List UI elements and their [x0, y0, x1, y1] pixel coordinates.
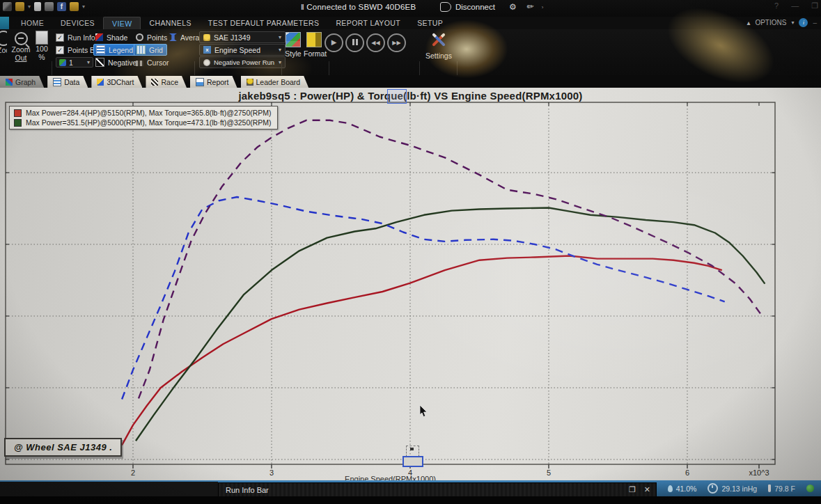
slider-flag-icon — [410, 448, 414, 450]
restore-button[interactable]: ❐ — [811, 1, 818, 10]
tab-setup[interactable]: SETUP — [409, 17, 451, 29]
chevron-right-icon[interactable]: › — [542, 4, 544, 10]
options-caret-icon[interactable]: ▾ — [791, 19, 794, 26]
points-icon — [136, 33, 143, 41]
document-tab-strip: Graph Data 3DChart Race Report Leader Bo… — [0, 75, 821, 88]
data-tab-icon — [53, 78, 61, 86]
rewind-button[interactable]: ◀◀ — [366, 33, 385, 52]
doc-tab-3dchart[interactable]: 3DChart — [91, 76, 142, 88]
tab-report-layout[interactable]: REPORT LAYOUT — [327, 17, 409, 29]
run-info-checkbox[interactable]: ✓ Run Info — [56, 33, 95, 42]
average-icon — [169, 33, 177, 41]
tab-home[interactable]: HOME — [13, 17, 52, 29]
tab-channels[interactable]: CHANNELS — [141, 17, 199, 29]
legend-toggle[interactable]: Legend — [93, 44, 137, 56]
dash-icon: – — [813, 19, 817, 26]
zoom-100-button[interactable]: 100 % — [31, 31, 53, 61]
zoom-out-button[interactable]: Zoom Out — [8, 32, 33, 62]
svg-text:6: 6 — [685, 468, 689, 477]
title-bar: ▾ f ▾ ‖ Connected to SBWD 40D6EB Disconn… — [0, 0, 821, 17]
svg-text:5: 5 — [547, 468, 551, 477]
grid-icon — [136, 45, 146, 54]
disconnect-icon — [440, 2, 451, 12]
legend-marker-run2 — [14, 119, 22, 127]
facebook-icon[interactable]: f — [57, 2, 66, 11]
points-label: Points — [147, 33, 167, 42]
chevron-down-icon[interactable]: ▾ — [28, 3, 31, 10]
screen-bezel — [0, 496, 821, 504]
legend-icon — [96, 45, 105, 54]
smoothing-dropdown[interactable]: SAE J1349 ▾ — [199, 31, 286, 43]
sae-value: SAE J1349 — [214, 33, 251, 42]
doc-tab-leader-board[interactable]: Leader Board — [241, 76, 309, 88]
info-icon[interactable]: i — [799, 18, 808, 27]
points-toggle[interactable]: Points — [134, 32, 171, 42]
legend-label-run1: Max Power=284.4(HP)@5150(RPM), Max Torqu… — [26, 109, 272, 117]
engine-speed-caret-icon: ▾ — [279, 47, 281, 53]
graph-format-button[interactable]: Format — [304, 32, 325, 58]
close-window-icon[interactable]: ✕ — [644, 485, 650, 494]
negative-icon — [95, 58, 104, 67]
slider-handle[interactable] — [402, 456, 423, 467]
pause-button[interactable] — [345, 33, 364, 52]
axis-cursor-slider[interactable] — [402, 446, 423, 468]
forward-button[interactable]: ▶▶ — [387, 33, 406, 52]
runs-value: 1 — [69, 58, 73, 67]
doc-tab-race[interactable]: Race — [146, 76, 187, 88]
doc-tab-report[interactable]: Report — [190, 76, 237, 88]
options-label[interactable]: OPTIONS — [755, 19, 786, 26]
legend-marker-run1 — [14, 109, 22, 117]
x-channel-dropdown[interactable]: x Engine Speed ▾ — [199, 44, 286, 56]
save-folder-icon[interactable] — [70, 2, 79, 11]
legend-row-run2: Max Power=351.5(HP)@5000(RPM), Max Torqu… — [14, 118, 272, 127]
run-info-window-controls: ❐ ✕ — [629, 485, 650, 494]
negative-power-run-value: Negative Power Run — [214, 58, 274, 66]
runs-dropdown[interactable]: 1 ▾ — [56, 57, 93, 68]
zoom-in-label: Zoom In — [0, 46, 7, 57]
restore-window-icon[interactable]: ❐ — [629, 485, 636, 494]
collapse-ribbon-icon[interactable]: ▴ — [746, 19, 750, 26]
disconnect-button[interactable]: Disconnect ⚙ ✐ › — [440, 2, 543, 12]
tab-devices[interactable]: DEVICES — [52, 17, 103, 29]
pressure-item: 29.13 inHg — [707, 483, 757, 494]
pin-icon[interactable]: ✐ — [524, 1, 535, 13]
graph-style-button[interactable]: Style — [283, 32, 304, 58]
tab-test-default-parameters[interactable]: TEST DEFAULT PARAMETERS — [200, 17, 328, 29]
print-icon[interactable] — [45, 2, 54, 11]
gear-icon[interactable]: ⚙ — [509, 2, 517, 12]
help-button[interactable]: ? — [774, 1, 779, 10]
tab-view[interactable]: VIEW — [103, 17, 141, 30]
file-menu-button[interactable] — [0, 17, 9, 29]
zoom-100-label2: % — [31, 53, 53, 61]
report-tab-label: Report — [207, 78, 229, 86]
play-button[interactable]: ▶ — [325, 33, 343, 52]
grid-toggle[interactable]: Grid — [134, 44, 167, 56]
chart-legend[interactable]: Max Power=284.4(HP)@5150(RPM), Max Torqu… — [9, 106, 278, 129]
new-document-icon[interactable] — [34, 2, 41, 11]
temperature-value: 79.8 F — [774, 485, 795, 493]
minimize-button[interactable]: — — [791, 1, 799, 10]
toolbar-options-icon[interactable]: ▾ — [82, 3, 85, 10]
doc-tab-graph[interactable]: Graph — [0, 76, 44, 88]
negative-power-run-dropdown[interactable]: Negative Power Run ▾ — [199, 56, 286, 68]
shade-toggle[interactable]: Shade — [93, 32, 131, 42]
title-cursor-box[interactable] — [387, 89, 407, 104]
dyno-chart: 23456x10^3Engine Speed(RPMx1000) jakeb9s… — [0, 88, 821, 482]
doc-tab-data[interactable]: Data — [47, 76, 88, 88]
zoom-in-button[interactable]: Zoom In — [0, 31, 7, 57]
connection-ok-icon — [806, 485, 814, 492]
tools-icon[interactable] — [3, 2, 12, 11]
negative-label: Negative — [108, 58, 136, 67]
race-tab-label: Race — [161, 78, 178, 86]
cursor-toggle[interactable]: Cursor — [134, 57, 173, 68]
settings-button[interactable]: Settings — [423, 32, 454, 60]
humidity-icon — [668, 485, 673, 492]
rewind-icon: ◀◀ — [371, 40, 380, 46]
run-info-bar-title: Run Info Bar — [226, 486, 269, 494]
open-folder-icon[interactable] — [15, 2, 24, 11]
svg-text:2: 2 — [131, 468, 135, 477]
window-controls: ? — ❐ — [774, 1, 818, 10]
legend-row-run1: Max Power=284.4(HP)@5150(RPM), Max Torqu… — [14, 109, 272, 117]
graph-tab-icon — [6, 79, 13, 86]
options-bar: ▴ OPTIONS ▾ i – — [746, 18, 817, 27]
